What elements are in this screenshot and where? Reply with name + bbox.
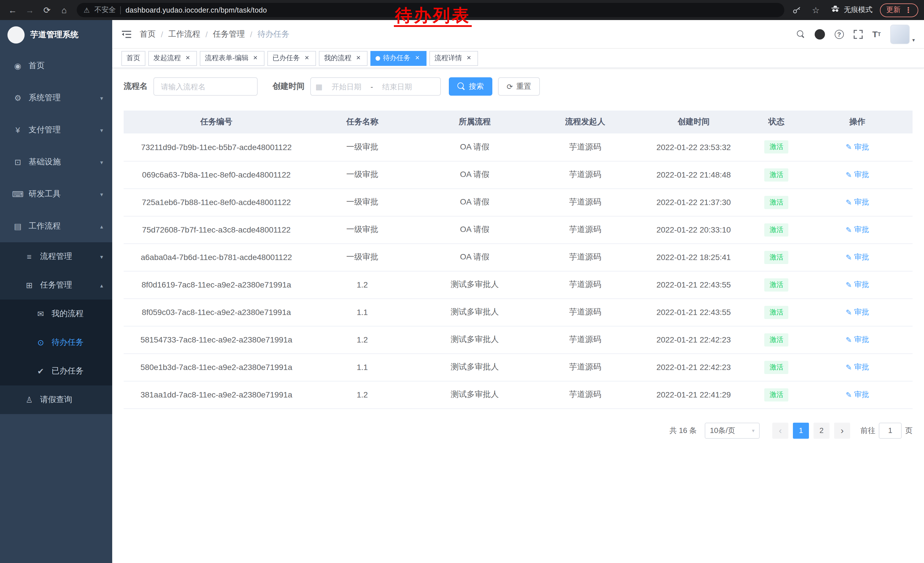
update-button[interactable]: 更新 ⋮ (880, 3, 918, 17)
approve-label: 审批 (854, 225, 869, 235)
search-icon[interactable] (797, 30, 805, 38)
star-icon[interactable]: ☆ (809, 3, 823, 17)
fullscreen-icon[interactable] (854, 30, 863, 39)
process-name-input[interactable] (153, 77, 258, 96)
tab[interactable]: 首页 (122, 51, 146, 66)
url-text[interactable]: dashboard.yudao.iocoder.cn/bpm/task/todo (126, 6, 267, 14)
tab[interactable]: 我的流程 × (319, 51, 368, 66)
person-icon: ♙ (23, 395, 36, 404)
collapse-sidebar-icon[interactable] (122, 30, 132, 39)
key-icon[interactable] (792, 6, 801, 15)
approve-link[interactable]: ✎ 审批 (846, 362, 869, 372)
workflow-submenu: ≡ 流程管理 ▾ ⊞ 任务管理 ▴ ✉ 我的流程 ⊙ 待办任务 (0, 242, 112, 414)
tab[interactable]: 发起流程 × (148, 51, 197, 66)
approve-link[interactable]: ✎ 审批 (846, 252, 869, 262)
sidebar-item-devtools[interactable]: ⌨ 研发工具 ▾ (0, 178, 112, 210)
approve-link[interactable]: ✎ 审批 (846, 197, 869, 207)
search-button[interactable]: 搜索 (449, 77, 492, 96)
search-icon (458, 83, 465, 90)
cell-task-id: 58154733-7ac8-11ec-a9e2-a2380e71991a (124, 326, 309, 353)
approve-link[interactable]: ✎ 审批 (846, 279, 869, 290)
end-date-input[interactable] (375, 82, 419, 91)
page-button-1[interactable]: 1 (793, 422, 809, 438)
column-header: 创建时间 (636, 111, 751, 134)
date-range-picker[interactable]: ▦ - (310, 77, 441, 96)
sidebar-item-my-process[interactable]: ✉ 我的流程 (0, 300, 112, 328)
reload-icon[interactable]: ⟳ (40, 3, 54, 17)
cell-task-name: 一级审批 (309, 188, 416, 216)
next-page-button[interactable]: › (834, 422, 850, 438)
annotation-text: 待办列表 (394, 6, 472, 27)
page-button-2[interactable]: 2 (813, 422, 830, 438)
cell-initiator: 芋道源码 (534, 326, 636, 353)
help-icon[interactable]: ? (835, 30, 844, 39)
sidebar-item-label: 研发工具 (28, 189, 103, 199)
cell-task-id: 73211d9d-7b9b-11ec-b5b7-acde48001122 (124, 134, 309, 161)
cell-process: OA 请假 (416, 161, 534, 188)
table-row: 069c6a63-7b8a-11ec-8ef0-acde48001122 一级审… (124, 161, 912, 188)
tab[interactable]: 已办任务 × (267, 51, 316, 66)
cell-created: 2022-01-22 23:53:32 (636, 134, 751, 161)
close-icon[interactable]: × (184, 54, 192, 62)
cell-task-id: 069c6a63-7b8a-11ec-8ef0-acde48001122 (124, 161, 309, 188)
table-header-row: 任务编号任务名称所属流程流程发起人创建时间状态操作 (124, 111, 912, 134)
approve-link[interactable]: ✎ 审批 (846, 335, 869, 345)
forward-icon[interactable]: → (23, 3, 37, 17)
home-icon[interactable]: ⌂ (57, 3, 71, 17)
sidebar-item-process-mgmt[interactable]: ≡ 流程管理 ▾ (0, 242, 112, 271)
approve-link[interactable]: ✎ 审批 (846, 307, 869, 317)
close-icon[interactable]: × (465, 54, 473, 62)
cell-created: 2022-01-21 22:41:29 (636, 381, 751, 408)
github-icon[interactable] (814, 29, 825, 39)
cell-initiator: 芋道源码 (534, 381, 636, 408)
avatar[interactable] (891, 24, 910, 44)
approve-label: 审批 (854, 252, 869, 262)
approve-link[interactable]: ✎ 审批 (846, 389, 869, 400)
sidebar-item-leave-query[interactable]: ♙ 请假查询 (0, 386, 112, 414)
tab[interactable]: 待办任务 × (370, 51, 426, 66)
sidebar-item-task-mgmt[interactable]: ⊞ 任务管理 ▴ (0, 271, 112, 300)
breadcrumb-item[interactable]: 首页 (140, 29, 156, 39)
prev-page-button[interactable]: ‹ (772, 422, 788, 438)
approve-link[interactable]: ✎ 审批 (846, 225, 869, 235)
page-size-select[interactable]: 10条/页 ▾ (705, 422, 760, 438)
back-icon[interactable]: ← (6, 3, 20, 17)
edit-icon: ✎ (846, 280, 852, 289)
approve-label: 审批 (854, 362, 869, 372)
goto-page-input[interactable] (879, 422, 902, 438)
sidebar-item-payment[interactable]: ¥ 支付管理 ▾ (0, 114, 112, 146)
tab[interactable]: 流程表单-编辑 × (200, 51, 264, 66)
task-mgmt-submenu: ✉ 我的流程 ⊙ 待办任务 ✔ 已办任务 (0, 300, 112, 386)
edit-icon: ✎ (846, 170, 852, 179)
reset-button[interactable]: ⟳ 重置 (498, 77, 540, 96)
sidebar-item-label: 支付管理 (28, 125, 103, 135)
breadcrumb-item[interactable]: 任务管理 (213, 29, 245, 39)
close-icon[interactable]: × (251, 54, 260, 62)
close-icon[interactable]: × (303, 54, 311, 62)
breadcrumb-item[interactable]: 工作流程 (168, 29, 200, 39)
cell-task-name: 一级审批 (309, 134, 416, 161)
user-menu[interactable]: ▾ (891, 24, 915, 44)
close-icon[interactable]: × (413, 54, 422, 62)
todo-task-table: 任务编号任务名称所属流程流程发起人创建时间状态操作 73211d9d-7b9b-… (124, 111, 912, 408)
approve-link[interactable]: ✎ 审批 (846, 170, 869, 180)
sidebar-item-done-task[interactable]: ✔ 已办任务 (0, 357, 112, 386)
cell-task-id: a6aba0a4-7b6d-11ec-b781-acde48001122 (124, 243, 309, 271)
cell-task-name: 1.2 (309, 271, 416, 299)
sidebar-item-workflow[interactable]: ▤ 工作流程 ▴ (0, 210, 112, 242)
approve-link[interactable]: ✎ 审批 (846, 142, 869, 152)
sidebar-item-system[interactable]: ⚙ 系统管理 ▾ (0, 82, 112, 114)
close-icon[interactable]: × (354, 54, 362, 62)
table-row: 381aa1dd-7ac8-11ec-a9e2-a2380e71991a 1.2… (124, 381, 912, 408)
sidebar-item-infra[interactable]: ⊡ 基础设施 ▾ (0, 146, 112, 178)
sidebar-item-todo-task[interactable]: ⊙ 待办任务 (0, 328, 112, 357)
sidebar-item-label: 我的流程 (51, 309, 103, 319)
more-options-icon[interactable]: ⋮ (904, 6, 912, 14)
font-size-icon[interactable]: TT (873, 29, 881, 39)
cell-task-name: 1.2 (309, 326, 416, 353)
start-date-input[interactable] (325, 82, 368, 91)
tab[interactable]: 流程详情 × (429, 51, 478, 66)
app-logo[interactable]: 芋道管理系统 (0, 20, 112, 50)
sidebar-item-home[interactable]: ◉ 首页 (0, 50, 112, 82)
tools-icon: ⌨ (12, 189, 24, 199)
